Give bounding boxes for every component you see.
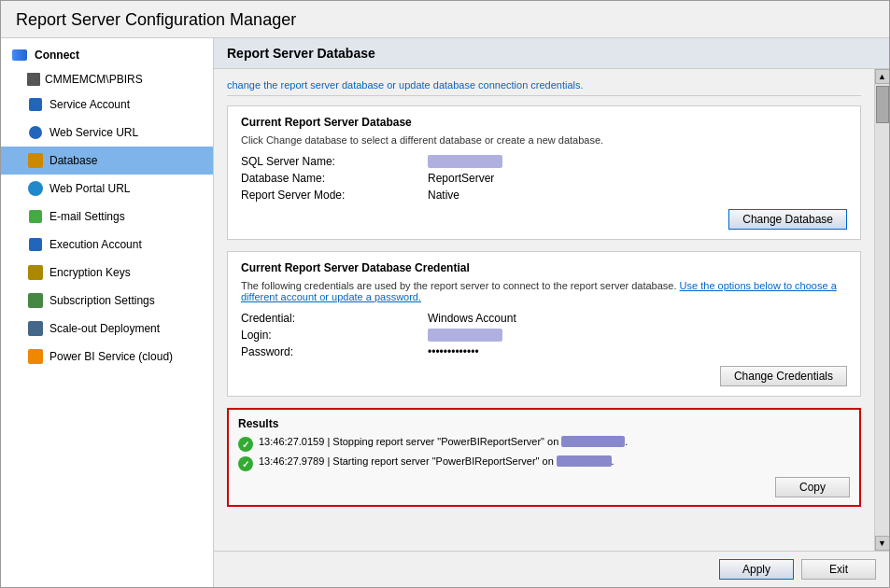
scroll-up-button[interactable]: ▲ [875, 69, 890, 84]
login-value [428, 329, 502, 342]
change-creds-btn-row: Change Credentials [241, 366, 847, 386]
result-text-2: 13:46:27.9789 | Starting report server "… [259, 455, 850, 467]
server-name: CMMEMCM\PBIRS [45, 73, 143, 86]
scale-icon [27, 320, 44, 337]
current-db-section: Current Report Server Database Click Cha… [227, 105, 861, 240]
sub-icon [27, 292, 44, 309]
title-bar: Report Server Configuration Manager [1, 1, 889, 38]
credential-link[interactable]: Use the options below to choose a differ… [241, 280, 837, 302]
result-success-icon-2: ✓ [238, 456, 253, 471]
scroll-thumb[interactable] [876, 86, 889, 123]
sidebar-item-service-account[interactable]: Service Account [1, 91, 213, 119]
result-time-2: 13:46:27.9789 [259, 455, 324, 467]
credential-value: Windows Account [428, 312, 516, 325]
main-window: Report Server Configuration Manager Conn… [0, 0, 890, 588]
result-success-icon-1: ✓ [238, 437, 253, 452]
globe-icon [27, 180, 44, 197]
sidebar-item-label: Web Service URL [49, 126, 138, 139]
server-mode-value: Native [428, 189, 459, 202]
sidebar-item-label: Database [49, 154, 97, 167]
connect-button[interactable]: Connect [1, 42, 213, 68]
server-icon [27, 73, 40, 86]
sql-server-value [428, 155, 502, 168]
credential-title: Current Report Server Database Credentia… [241, 261, 847, 274]
sidebar-item-power-bi-service[interactable]: Power BI Service (cloud) [1, 343, 213, 371]
connect-label: Connect [35, 49, 79, 62]
pbi-icon [27, 348, 44, 365]
sidebar-item-web-portal-url[interactable]: Web Portal URL [1, 175, 213, 203]
sidebar-item-label: Scale-out Deployment [49, 322, 160, 335]
sidebar-item-label: E-mail Settings [49, 210, 125, 223]
credential-label: Credential: [241, 312, 428, 325]
change-database-button[interactable]: Change Database [728, 209, 847, 230]
results-section: Results ✓ 13:46:27.0159 | Stopping repor… [227, 408, 861, 507]
sidebar-item-web-service-url[interactable]: Web Service URL [1, 119, 213, 147]
result-text-1: 13:46:27.0159 | Stopping report server "… [259, 436, 850, 447]
password-row: Password: ••••••••••••• [241, 345, 847, 358]
result-msg-1: | Stopping report server "PowerBIReportS… [327, 436, 558, 447]
scroll-down-button[interactable]: ▼ [875, 536, 890, 551]
copy-button[interactable]: Copy [775, 477, 850, 497]
main-layout: Connect CMMEMCM\PBIRS Service Account We… [1, 38, 889, 587]
inner-content: change the report server database or upd… [214, 69, 874, 551]
sidebar-item-label: Service Account [49, 98, 130, 111]
result-row-1: ✓ 13:46:27.0159 | Stopping report server… [238, 436, 850, 452]
sidebar-item-label: Power BI Service (cloud) [49, 350, 173, 363]
copy-btn-row: Copy [238, 477, 850, 497]
result-server-2: CMEMCM [557, 455, 612, 467]
footer: Apply Exit [214, 551, 889, 587]
exec-icon [27, 236, 44, 253]
server-name-row: CMMEMCM\PBIRS [1, 68, 213, 91]
content-area: Report Server Database change the report… [214, 38, 889, 587]
login-label: Login: [241, 329, 428, 342]
password-value: ••••••••••••• [428, 345, 479, 358]
credential-section: Current Report Server Database Credentia… [227, 251, 861, 397]
sidebar-item-encryption-keys[interactable]: Encryption Keys [1, 259, 213, 287]
sidebar-item-email-settings[interactable]: E-mail Settings [1, 203, 213, 231]
server-mode-row: Report Server Mode: Native [241, 189, 847, 202]
current-db-title: Current Report Server Database [241, 116, 847, 129]
db-name-row: Database Name: ReportServer [241, 172, 847, 185]
current-db-desc: Click Change database to select a differ… [241, 134, 847, 146]
change-credentials-button[interactable]: Change Credentials [720, 366, 847, 386]
apply-button[interactable]: Apply [719, 559, 794, 580]
result-row-2: ✓ 13:46:27.9789 | Starting report server… [238, 455, 850, 471]
server-mode-label: Report Server Mode: [241, 189, 428, 202]
web-icon [27, 124, 44, 141]
credential-desc: The following credentials are used by th… [241, 280, 847, 302]
sidebar-item-label: Subscription Settings [49, 294, 155, 307]
scrollbar[interactable]: ▲ ▼ [874, 69, 889, 551]
sidebar-item-label: Encryption Keys [49, 266, 131, 279]
change-db-btn-row: Change Database [241, 209, 847, 230]
db-name-label: Database Name: [241, 172, 428, 185]
sidebar-item-label: Web Portal URL [49, 182, 130, 195]
result-server-1: CMMEMCM [561, 436, 625, 447]
sidebar-item-scale-out-deployment[interactable]: Scale-out Deployment [1, 315, 213, 343]
svc-icon [27, 96, 44, 113]
email-icon [27, 208, 44, 225]
sidebar: Connect CMMEMCM\PBIRS Service Account We… [1, 38, 214, 587]
exit-button[interactable]: Exit [801, 559, 876, 580]
scrollable-area: change the report server database or upd… [214, 69, 889, 551]
db-icon [27, 152, 44, 169]
login-row: Login: [241, 329, 847, 342]
result-time-1: 13:46:27.0159 [259, 436, 324, 447]
sidebar-item-database[interactable]: Database [1, 147, 213, 175]
content-header: Report Server Database [214, 38, 889, 69]
connect-icon [10, 48, 29, 63]
sidebar-item-subscription-settings[interactable]: Subscription Settings [1, 287, 213, 315]
sql-server-row: SQL Server Name: [241, 155, 847, 168]
results-title: Results [238, 417, 850, 430]
credential-fields: Credential: Windows Account Login: Passw… [241, 312, 847, 358]
sidebar-item-execution-account[interactable]: Execution Account [1, 231, 213, 259]
db-name-value: ReportServer [428, 172, 494, 185]
key-icon [27, 264, 44, 281]
content-title: Report Server Database [227, 46, 375, 61]
sql-server-label: SQL Server Name: [241, 155, 428, 168]
password-label: Password: [241, 345, 428, 358]
credential-type-row: Credential: Windows Account [241, 312, 847, 325]
intro-text: change the report server database or upd… [227, 78, 861, 96]
result-msg-2: | Starting report server "PowerBIReportS… [327, 455, 553, 467]
app-title: Report Server Configuration Manager [16, 10, 296, 29]
sidebar-item-label: Execution Account [49, 238, 142, 251]
